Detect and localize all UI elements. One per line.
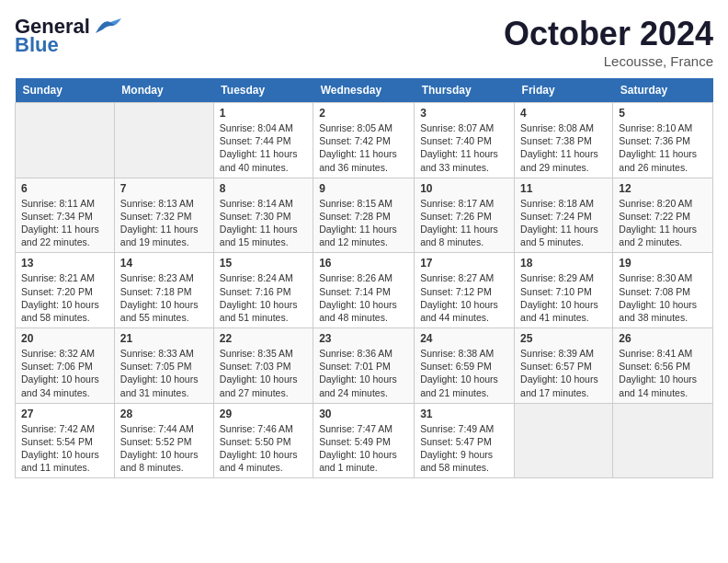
day-number: 20 xyxy=(21,332,108,345)
day-number: 19 xyxy=(619,257,707,270)
day-number: 30 xyxy=(319,408,408,420)
day-info: Sunrise: 7:49 AMSunset: 5:47 PMDaylight:… xyxy=(420,422,508,475)
day-number: 11 xyxy=(520,182,607,195)
calendar-cell xyxy=(16,103,115,178)
day-number: 10 xyxy=(420,182,508,195)
day-info: Sunrise: 8:30 AMSunset: 7:08 PMDaylight:… xyxy=(619,271,707,324)
calendar-cell: 29Sunrise: 7:46 AMSunset: 5:50 PMDayligh… xyxy=(213,403,313,478)
logo-blue-text: Blue xyxy=(15,33,59,57)
calendar-cell: 22Sunrise: 8:35 AMSunset: 7:03 PMDayligh… xyxy=(213,328,313,404)
day-info: Sunrise: 8:26 AMSunset: 7:14 PMDaylight:… xyxy=(319,271,408,324)
title-block: October 2024 Lecousse, France xyxy=(504,15,713,69)
day-number: 8 xyxy=(220,182,307,195)
day-info: Sunrise: 8:41 AMSunset: 6:56 PMDaylight:… xyxy=(619,347,707,399)
calendar-cell: 27Sunrise: 7:42 AMSunset: 5:54 PMDayligh… xyxy=(16,403,115,478)
calendar-cell: 17Sunrise: 8:27 AMSunset: 7:12 PMDayligh… xyxy=(415,253,515,328)
location: Lecousse, France xyxy=(504,53,713,69)
calendar-cell: 6Sunrise: 8:11 AMSunset: 7:34 PMDaylight… xyxy=(16,178,115,253)
logo-bird-icon xyxy=(94,17,123,37)
day-info: Sunrise: 8:04 AMSunset: 7:44 PMDaylight:… xyxy=(220,121,307,174)
calendar-cell xyxy=(114,103,213,178)
day-number: 13 xyxy=(21,257,108,270)
col-header-saturday: Saturday xyxy=(613,78,713,103)
calendar-cell: 7Sunrise: 8:13 AMSunset: 7:32 PMDaylight… xyxy=(114,178,213,253)
calendar-cell: 3Sunrise: 8:07 AMSunset: 7:40 PMDaylight… xyxy=(415,103,515,178)
page-header: General Blue October 2024 Lecousse, Fran… xyxy=(15,15,713,69)
calendar-cell: 26Sunrise: 8:41 AMSunset: 6:56 PMDayligh… xyxy=(613,328,713,404)
day-number: 7 xyxy=(120,182,208,195)
calendar-table: SundayMondayTuesdayWednesdayThursdayFrid… xyxy=(15,78,713,478)
col-header-thursday: Thursday xyxy=(415,78,515,103)
calendar-cell: 8Sunrise: 8:14 AMSunset: 7:30 PMDaylight… xyxy=(213,178,313,253)
day-info: Sunrise: 8:36 AMSunset: 7:01 PMDaylight:… xyxy=(319,347,408,399)
day-number: 29 xyxy=(220,408,307,420)
day-info: Sunrise: 8:14 AMSunset: 7:30 PMDaylight:… xyxy=(220,197,307,249)
calendar-cell: 21Sunrise: 8:33 AMSunset: 7:05 PMDayligh… xyxy=(114,328,213,404)
day-info: Sunrise: 8:20 AMSunset: 7:22 PMDaylight:… xyxy=(619,197,707,249)
day-info: Sunrise: 8:17 AMSunset: 7:26 PMDaylight:… xyxy=(420,197,508,249)
calendar-cell xyxy=(613,403,713,478)
day-info: Sunrise: 7:44 AMSunset: 5:52 PMDaylight:… xyxy=(120,422,208,475)
day-info: Sunrise: 8:24 AMSunset: 7:16 PMDaylight:… xyxy=(220,271,307,324)
day-number: 16 xyxy=(319,257,408,270)
day-number: 24 xyxy=(420,332,508,345)
calendar-cell: 23Sunrise: 8:36 AMSunset: 7:01 PMDayligh… xyxy=(313,328,415,404)
calendar-cell: 14Sunrise: 8:23 AMSunset: 7:18 PMDayligh… xyxy=(114,253,213,328)
calendar-cell: 25Sunrise: 8:39 AMSunset: 6:57 PMDayligh… xyxy=(515,328,613,404)
day-number: 15 xyxy=(220,257,307,270)
day-number: 21 xyxy=(120,332,208,345)
day-number: 1 xyxy=(220,107,307,120)
day-number: 28 xyxy=(120,408,208,420)
calendar-cell: 10Sunrise: 8:17 AMSunset: 7:26 PMDayligh… xyxy=(415,178,515,253)
day-info: Sunrise: 8:27 AMSunset: 7:12 PMDaylight:… xyxy=(420,271,508,324)
day-info: Sunrise: 8:05 AMSunset: 7:42 PMDaylight:… xyxy=(319,121,408,174)
day-number: 14 xyxy=(120,257,208,270)
month-title: October 2024 xyxy=(504,15,713,53)
calendar-cell: 13Sunrise: 8:21 AMSunset: 7:20 PMDayligh… xyxy=(16,253,115,328)
calendar-cell: 12Sunrise: 8:20 AMSunset: 7:22 PMDayligh… xyxy=(613,178,713,253)
day-number: 12 xyxy=(619,182,707,195)
day-info: Sunrise: 8:32 AMSunset: 7:06 PMDaylight:… xyxy=(21,347,108,399)
day-info: Sunrise: 8:39 AMSunset: 6:57 PMDaylight:… xyxy=(520,347,607,399)
day-number: 5 xyxy=(619,107,707,120)
day-info: Sunrise: 7:42 AMSunset: 5:54 PMDaylight:… xyxy=(21,422,108,475)
calendar-cell: 30Sunrise: 7:47 AMSunset: 5:49 PMDayligh… xyxy=(313,403,415,478)
col-header-sunday: Sunday xyxy=(16,78,115,103)
day-info: Sunrise: 8:21 AMSunset: 7:20 PMDaylight:… xyxy=(21,271,108,324)
day-number: 31 xyxy=(420,408,508,420)
day-number: 22 xyxy=(220,332,307,345)
day-info: Sunrise: 8:10 AMSunset: 7:36 PMDaylight:… xyxy=(619,121,707,174)
day-number: 3 xyxy=(420,107,508,120)
calendar-cell: 9Sunrise: 8:15 AMSunset: 7:28 PMDaylight… xyxy=(313,178,415,253)
day-number: 27 xyxy=(21,408,108,420)
calendar-cell: 28Sunrise: 7:44 AMSunset: 5:52 PMDayligh… xyxy=(114,403,213,478)
day-number: 6 xyxy=(21,182,108,195)
day-info: Sunrise: 8:35 AMSunset: 7:03 PMDaylight:… xyxy=(220,347,307,399)
day-info: Sunrise: 8:13 AMSunset: 7:32 PMDaylight:… xyxy=(120,197,208,249)
day-number: 17 xyxy=(420,257,508,270)
col-header-tuesday: Tuesday xyxy=(213,78,313,103)
day-info: Sunrise: 8:29 AMSunset: 7:10 PMDaylight:… xyxy=(520,271,607,324)
col-header-monday: Monday xyxy=(114,78,213,103)
day-info: Sunrise: 8:33 AMSunset: 7:05 PMDaylight:… xyxy=(120,347,208,399)
day-info: Sunrise: 7:47 AMSunset: 5:49 PMDaylight:… xyxy=(319,422,408,475)
calendar-cell: 24Sunrise: 8:38 AMSunset: 6:59 PMDayligh… xyxy=(415,328,515,404)
calendar-cell: 4Sunrise: 8:08 AMSunset: 7:38 PMDaylight… xyxy=(515,103,613,178)
day-number: 25 xyxy=(520,332,607,345)
col-header-friday: Friday xyxy=(515,78,613,103)
day-number: 4 xyxy=(520,107,607,120)
calendar-cell: 20Sunrise: 8:32 AMSunset: 7:06 PMDayligh… xyxy=(16,328,115,404)
day-number: 26 xyxy=(619,332,707,345)
day-info: Sunrise: 8:08 AMSunset: 7:38 PMDaylight:… xyxy=(520,121,607,174)
calendar-cell: 5Sunrise: 8:10 AMSunset: 7:36 PMDaylight… xyxy=(613,103,713,178)
calendar-cell xyxy=(515,403,613,478)
calendar-cell: 11Sunrise: 8:18 AMSunset: 7:24 PMDayligh… xyxy=(515,178,613,253)
day-number: 9 xyxy=(319,182,408,195)
day-number: 18 xyxy=(520,257,607,270)
day-info: Sunrise: 7:46 AMSunset: 5:50 PMDaylight:… xyxy=(220,422,307,475)
day-info: Sunrise: 8:38 AMSunset: 6:59 PMDaylight:… xyxy=(420,347,508,399)
calendar-cell: 15Sunrise: 8:24 AMSunset: 7:16 PMDayligh… xyxy=(213,253,313,328)
day-info: Sunrise: 8:07 AMSunset: 7:40 PMDaylight:… xyxy=(420,121,508,174)
calendar-cell: 1Sunrise: 8:04 AMSunset: 7:44 PMDaylight… xyxy=(213,103,313,178)
calendar-cell: 16Sunrise: 8:26 AMSunset: 7:14 PMDayligh… xyxy=(313,253,415,328)
